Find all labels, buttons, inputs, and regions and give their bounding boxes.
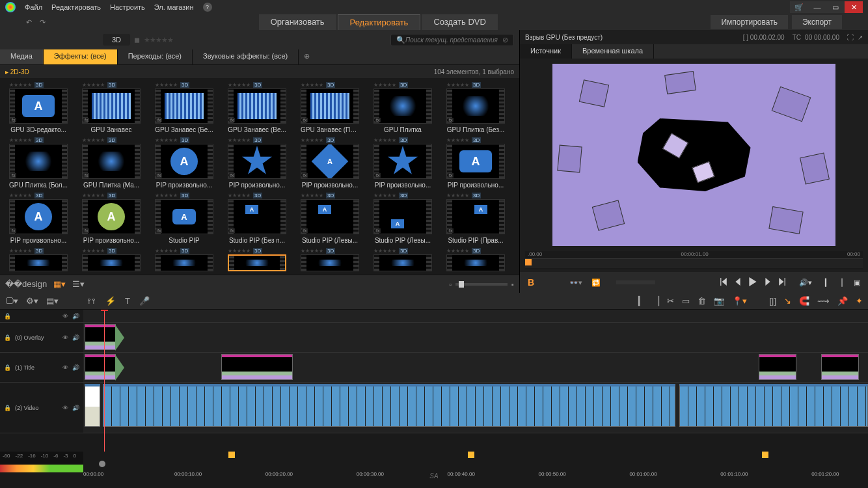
clip-video-1[interactable] [103, 384, 675, 427]
tool-fx-icon[interactable]: ⚡ [105, 296, 116, 306]
effect-thumbnail[interactable]: ★★★★★3D [446, 247, 505, 271]
effect-thumbnail[interactable]: ★★★★★3DfxAPIP произвольно... [301, 136, 359, 189]
tool-wand-icon[interactable]: ✦ [856, 296, 863, 306]
help-icon[interactable]: ? [203, 3, 212, 12]
playhead[interactable] [104, 310, 105, 452]
zoom-in-icon[interactable]: ▪ [511, 280, 514, 288]
effect-thumbnail[interactable]: ★★★★★3D [155, 247, 213, 271]
clip-title-4[interactable] [821, 354, 859, 380]
preview-ruler[interactable]: .00.00 00:00:01.00 00:00 [525, 251, 863, 269]
search-clear-icon[interactable]: ⊘ [502, 36, 508, 44]
tool-mixer-icon[interactable]: ⫯⫯ [87, 296, 96, 306]
tool-stack-icon[interactable]: ▤▾ [46, 296, 59, 306]
effect-thumbnail[interactable]: ★★★★★3D [373, 247, 432, 271]
snapshot-icon[interactable]: ▣ [854, 278, 860, 287]
tool-screen-icon[interactable]: 🖵▾ [5, 296, 18, 306]
overlay-lane[interactable] [83, 323, 868, 353]
lock-icon[interactable]: 🔒 [4, 313, 11, 319]
tool-markout-icon[interactable]: ▕ [653, 296, 659, 306]
effect-thumbnail[interactable]: ★★★★★3DfxAStudio PIP (Левы... [301, 191, 359, 244]
tool-clip-icon[interactable]: ▭ [682, 296, 690, 306]
video-lane[interactable] [83, 383, 868, 433]
effect-thumbnail[interactable]: ★★★★★3DfxGPU Занавес (Бе... [155, 81, 213, 133]
mark-out-icon[interactable]: ▕ [837, 278, 842, 287]
mark-in-icon[interactable]: ▎ [825, 278, 830, 287]
eye-icon[interactable]: 👁 [62, 313, 68, 319]
view-3d-icon[interactable]: 👓▾ [569, 278, 582, 287]
effect-thumbnail[interactable]: ★★★★★3DfxAPIP произвольно... [446, 136, 505, 189]
go-start-icon[interactable] [720, 278, 727, 287]
clip-video-intro[interactable] [85, 384, 100, 427]
export-button[interactable]: Экспорт [792, 15, 842, 29]
mode-organize[interactable]: Организовать [259, 14, 336, 31]
library-search[interactable]: 🔍 ⊘ [390, 34, 514, 46]
ruler-lane[interactable] [83, 310, 868, 323]
clip-overlay-1[interactable] [85, 324, 116, 350]
maximize-button[interactable]: ▭ [826, 1, 845, 13]
effect-thumbnail[interactable]: ★★★★★3DfxGPU Плитка [373, 81, 432, 133]
fullscreen-icon[interactable]: ⛶ [847, 34, 854, 41]
tool-group-icon[interactable]: [|] [769, 296, 776, 306]
menu-eshop[interactable]: Эл. магазин [154, 3, 194, 11]
nav-toggle-icon[interactable]: ��design [5, 279, 47, 289]
effect-thumbnail[interactable]: ★★★★★3D [301, 247, 359, 271]
tool-magnet-icon[interactable]: 🧲 [799, 296, 809, 306]
tab-preview-timeline[interactable]: Временная шкала [572, 44, 654, 59]
tab-source[interactable]: Источник [520, 44, 572, 59]
undo-icon[interactable]: ↶ [26, 18, 32, 27]
track-header-overlay[interactable]: 🔒(0) Overlay 👁🔊 [0, 323, 83, 353]
effect-thumbnail[interactable]: ★★★★★3DfxGPU Плитка (Бол... [9, 136, 68, 189]
timeline-marker[interactable] [228, 452, 235, 458]
effect-thumbnail[interactable]: ★★★★★3DfxAPIP произвольно... [155, 136, 213, 189]
tool-trash-icon[interactable]: 🗑 [698, 296, 706, 306]
tab-transitions[interactable]: Переходы: (все) [118, 49, 193, 64]
effect-thumbnail[interactable]: ★★★★★3DfxPIP произвольно... [373, 136, 432, 189]
minimize-button[interactable]: — [808, 1, 826, 13]
timeline-scrubber[interactable] [99, 461, 105, 467]
tab-add-icon[interactable]: ⊕ [299, 49, 315, 64]
tab-sound-effects[interactable]: Звуковые эффекты: (все) [193, 49, 299, 64]
mode-edit[interactable]: Редактировать [338, 14, 421, 31]
mini-playhead[interactable] [525, 259, 532, 265]
mode-createdvd[interactable]: Создать DVD [422, 14, 497, 31]
tool-markin-icon[interactable]: ▎ [638, 296, 645, 306]
undock-icon[interactable]: ↗ [858, 34, 863, 41]
tab-media[interactable]: Медиа [0, 49, 44, 64]
track-content[interactable] [83, 310, 868, 452]
effect-thumbnail[interactable]: ★★★★★3D [82, 247, 141, 271]
tool-text-icon[interactable]: T [125, 296, 130, 306]
tool-link-icon[interactable]: ⟿ [817, 296, 830, 306]
timeline-scale[interactable]: 00:00.0000:00:10.0000:00:20.0000:00:30.0… [83, 452, 868, 472]
rating-filter[interactable]: ★★★★★ [144, 36, 173, 44]
clip-video-2[interactable] [679, 384, 868, 427]
title-lane[interactable] [83, 353, 868, 383]
timeline-marker[interactable] [762, 452, 768, 458]
tool-camera-icon[interactable]: 📷 [714, 296, 724, 306]
effect-thumbnail[interactable]: ★★★★★3DfxGPU Занавес (По... [301, 81, 359, 133]
effect-thumbnail[interactable]: ★★★★★3DfxGPU Плитка (Без... [446, 81, 505, 133]
clip-title-3[interactable] [759, 354, 796, 380]
zoom-out-icon[interactable]: ▫ [449, 280, 452, 288]
tool-razor-icon[interactable]: ✂ [667, 296, 674, 306]
close-button[interactable]: ✕ [845, 1, 863, 13]
effect-thumbnail[interactable]: ★★★★★3DfxGPU Плитка (Ма... [82, 136, 141, 189]
speaker-icon[interactable]: 🔊 [72, 313, 79, 319]
effect-thumbnail[interactable]: ★★★★★3D [228, 247, 286, 271]
step-back-icon[interactable] [734, 278, 742, 287]
import-button[interactable]: Импортировать [711, 15, 787, 29]
redo-icon[interactable]: ↷ [40, 18, 46, 27]
clip-title-2[interactable] [221, 354, 293, 380]
tool-pin-icon[interactable]: 📌 [837, 296, 848, 306]
go-end-icon[interactable] [778, 278, 786, 287]
effect-thumbnail[interactable]: ★★★★★3D [9, 247, 68, 271]
timeline-marker[interactable] [468, 452, 474, 458]
tool-gear-icon[interactable]: ⚙▾ [26, 296, 38, 306]
tool-insert-icon[interactable]: ↘ [784, 296, 791, 306]
menu-file[interactable]: Файл [25, 3, 42, 11]
effect-thumbnail[interactable]: ★★★★★3DfxAGPU 3D-редакто... [9, 81, 68, 133]
effect-thumbnail[interactable]: ★★★★★3DfxGPU Занавес [82, 81, 141, 133]
effect-thumbnail[interactable]: ★★★★★3DfxAPIP произвольно... [9, 191, 68, 244]
effect-thumbnail[interactable]: ★★★★★3DfxAStudio PIP (Прав... [446, 191, 505, 244]
shuttle-slider[interactable] [616, 280, 655, 284]
effect-thumbnail[interactable]: ★★★★★3DfxGPU Занавес (Ве... [228, 81, 286, 133]
